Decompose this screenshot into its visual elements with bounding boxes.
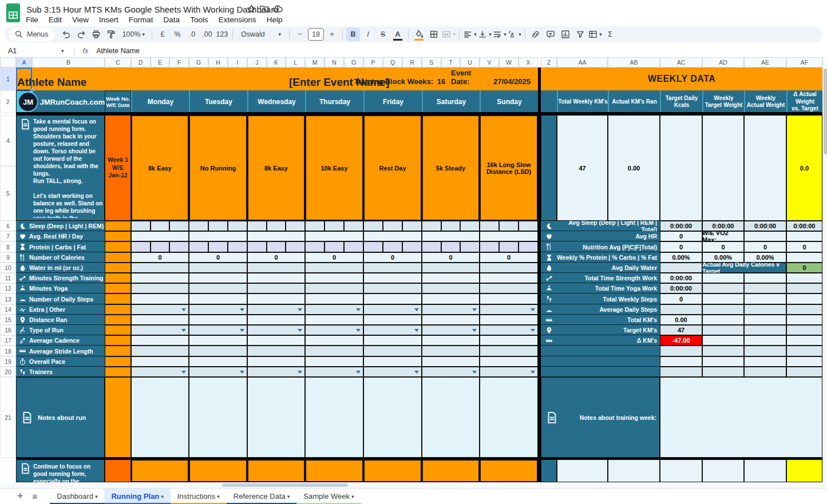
weekly-label-weekly-protein-carbs-fat[interactable]: Weekly % Protein | % Carbs | % Fat	[557, 252, 660, 263]
document-title[interactable]: Sub 3:15 Hour MTS KMs Google Sheets With…	[26, 3, 279, 15]
day-header-wednesday[interactable]: Wednesday	[247, 90, 305, 113]
weekly-label-blank-12[interactable]	[557, 346, 660, 356]
metric-cell-17-thursday[interactable]	[305, 335, 363, 346]
column-header-ab[interactable]: AB	[608, 57, 660, 68]
row-header-5[interactable]: 5	[0, 166, 16, 221]
weekly-value-blank-13-1[interactable]	[702, 356, 744, 367]
day-header-friday[interactable]: Friday	[363, 90, 422, 113]
metric-cell-12-friday[interactable]	[363, 283, 422, 293]
increase-font-size-button[interactable]: +	[325, 27, 339, 41]
column-header-j[interactable]: J	[247, 57, 267, 68]
row-header-21[interactable]: 21	[0, 377, 16, 458]
week-col-cell-6[interactable]	[105, 221, 131, 231]
weekly-value-km-s-2[interactable]	[744, 335, 786, 346]
sheet-tab-caret-icon[interactable]: ▾	[95, 494, 98, 499]
metric-cell-14-thursday[interactable]	[305, 304, 363, 315]
weekly-value-target-km-s-0[interactable]: 47	[660, 325, 702, 335]
run-notes-cell-sunday[interactable]	[480, 377, 538, 458]
metric-cell-7-monday[interactable]	[131, 231, 189, 241]
metric-cell-8-saturday-1[interactable]	[422, 241, 441, 252]
menu-item-tools[interactable]: Tools	[185, 15, 213, 25]
cell-dropdown-icon[interactable]	[414, 329, 419, 332]
redo-button[interactable]	[74, 27, 88, 41]
metric-cell-19-thursday[interactable]	[305, 356, 363, 367]
row-header-6[interactable]: 6	[0, 221, 16, 231]
metric-cell-16-thursday[interactable]	[305, 325, 363, 335]
metric-cell-13-tuesday[interactable]	[189, 293, 247, 304]
column-header-f[interactable]: F	[169, 57, 189, 68]
weekly-value-blank-12-0[interactable]	[660, 346, 702, 356]
column-header-x[interactable]: X	[519, 57, 538, 68]
menu-item-insert[interactable]: Insert	[94, 15, 124, 25]
metric-cell-6-sunday-1[interactable]	[480, 221, 499, 231]
row-header-20[interactable]: 20	[0, 367, 16, 377]
weekly-value-nutrition-avg-p-c-f-total-3[interactable]: 0	[786, 241, 822, 252]
actual-kms-ran-cell[interactable]: 0.00	[608, 115, 660, 221]
metric-label-minutes-yoga[interactable]: Minutes Yoga	[16, 283, 105, 293]
week-col-cell-19[interactable]	[105, 356, 131, 367]
paint-format-button[interactable]	[104, 27, 118, 41]
weekly-label-total-weekly-steps[interactable]: Total Weekly Steps	[557, 293, 660, 304]
metric-label-type-of-run[interactable]: Type of Run	[16, 325, 105, 335]
weekly-value-avg-hr-2[interactable]	[744, 231, 786, 241]
weekly-actual-weight-cell[interactable]	[744, 115, 786, 221]
row-header-16[interactable]: 16	[0, 325, 16, 335]
run-notes-cell-saturday[interactable]	[422, 377, 480, 458]
metric-cell-15-sunday[interactable]	[480, 315, 538, 325]
weekly-value-total-time-strength-work-3[interactable]	[786, 273, 822, 283]
vertical-align-button[interactable]: ▾	[478, 27, 492, 41]
metric-cell-6-friday-1[interactable]	[363, 221, 383, 231]
metric-cell-18-thursday[interactable]	[305, 346, 363, 356]
column-header-d[interactable]: D	[131, 57, 151, 68]
weekly-label-total-time-strength-work[interactable]: Total Time Strength Work	[557, 273, 660, 283]
sheets-logo-icon[interactable]	[6, 3, 22, 23]
weekly-value-total-time-strength-work-2[interactable]	[744, 273, 786, 283]
next-week-weekly-cell-0[interactable]	[557, 459, 608, 482]
horizontal-align-button[interactable]: ▾	[463, 27, 477, 41]
metric-cell-20-thursday[interactable]	[305, 367, 363, 377]
metric-cell-6-monday-3[interactable]	[169, 221, 189, 231]
weekly-value-total-km-s-0[interactable]: 0.00	[660, 315, 702, 325]
weekly-label-nutrition-avg-p-c-f-total[interactable]: Nutrition Avg (P|C|F|Total)	[557, 241, 660, 252]
weekly-value-total-time-yoga-work-2[interactable]	[744, 283, 786, 293]
week-col-header-cell[interactable]: Week No. W/E Date	[105, 90, 131, 113]
column-header-z[interactable]: Z	[541, 57, 557, 68]
weekly-value-total-weekly-steps-1[interactable]	[702, 293, 744, 304]
metric-cell-7-wednesday[interactable]	[247, 231, 305, 241]
vertical-scrollbar[interactable]	[822, 57, 827, 482]
cell-dropdown-icon[interactable]	[298, 308, 302, 311]
metric-cell-11-monday[interactable]	[131, 273, 189, 283]
metric-label-average-stride-length[interactable]: Average Stride Length	[16, 346, 105, 356]
metric-cell-8-sunday-3[interactable]	[519, 241, 538, 252]
cell-dropdown-icon[interactable]	[531, 308, 535, 311]
all-sheets-button[interactable]: ≡	[28, 489, 42, 504]
weekly-value-avg-hr-0[interactable]: 0	[660, 231, 702, 241]
metric-cell-16-sunday[interactable]	[480, 325, 538, 335]
week-col-cell-9[interactable]	[105, 252, 131, 263]
decrease-font-size-button[interactable]: −	[293, 27, 307, 41]
calories-v-target-value[interactable]: 0	[786, 263, 822, 273]
metric-cell-10-wednesday[interactable]	[247, 263, 305, 273]
sheet-tab-running-plan[interactable]: Running Plan▾	[104, 489, 170, 504]
weekly-value-total-time-strength-work-1[interactable]	[702, 273, 744, 283]
week-col-cell-20[interactable]	[105, 367, 131, 377]
metric-cell-20-wednesday[interactable]	[247, 367, 305, 377]
menu-item-extensions[interactable]: Extensions	[213, 15, 262, 25]
metric-cell-16-tuesday[interactable]	[189, 325, 247, 335]
metric-label-avg-rest-hr-day[interactable]: Avg. Rest HR / Day	[16, 231, 105, 241]
metric-cell-19-wednesday[interactable]	[247, 356, 305, 367]
week-col-cell-14[interactable]	[105, 304, 131, 315]
row-header-14[interactable]: 14	[0, 304, 16, 315]
athlete-name-cell[interactable]: Athlete Name	[17, 68, 189, 90]
metric-cell-6-sunday-3[interactable]	[519, 221, 538, 231]
cell-dropdown-icon[interactable]	[298, 329, 302, 332]
sheet-tab-sample-week[interactable]: Sample Week▾	[296, 489, 361, 504]
more-formats-button[interactable]: 123	[215, 27, 229, 41]
add-sheet-button[interactable]: +	[13, 489, 28, 504]
metric-cell-15-tuesday[interactable]	[189, 315, 247, 325]
cell-dropdown-icon[interactable]	[531, 371, 535, 374]
metric-cell-8-wednesday-1[interactable]	[247, 241, 267, 252]
cell-dropdown-icon[interactable]	[181, 329, 186, 332]
metric-cell-10-sunday[interactable]	[480, 263, 538, 273]
week-col-cell-16[interactable]	[105, 325, 131, 335]
